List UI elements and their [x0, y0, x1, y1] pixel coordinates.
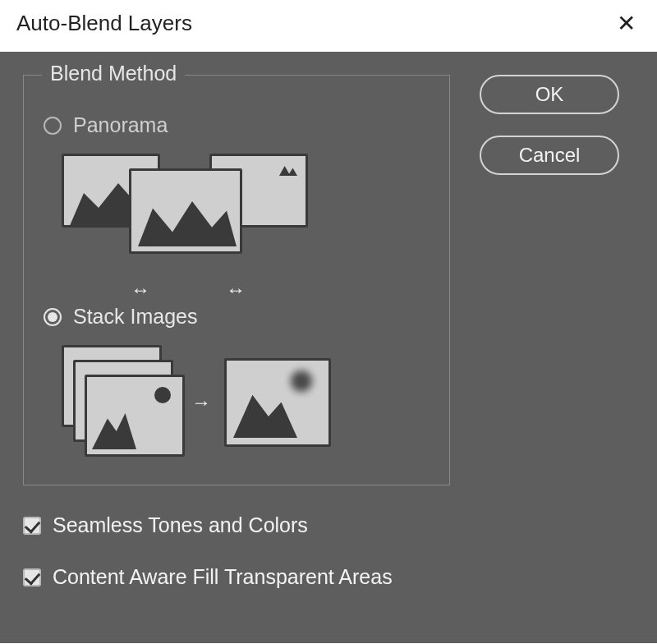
stack-illustration: → — [62, 345, 430, 460]
checkbox-content-aware-fill[interactable] — [23, 568, 41, 586]
arrow-left-right-icon: ↔ — [131, 278, 150, 301]
panorama-illustration: ↔ ↔ — [62, 154, 308, 277]
left-column: Blend Method Panorama ↔ ↔ — [23, 75, 450, 643]
stack-result-thumb — [224, 358, 331, 447]
radio-panorama[interactable] — [44, 117, 62, 135]
ok-button[interactable]: OK — [480, 75, 619, 114]
arrow-left-right-icon: ↔ — [226, 278, 246, 301]
dialog-title: Auto-Blend Layers — [16, 11, 192, 36]
panorama-option[interactable]: Panorama — [44, 113, 430, 137]
dialog-body: Blend Method Panorama ↔ ↔ — [0, 52, 657, 643]
radio-stack-images[interactable] — [44, 308, 62, 326]
panorama-label: Panorama — [73, 113, 168, 137]
close-icon[interactable]: ✕ — [612, 10, 641, 37]
stack-images-label: Stack Images — [73, 305, 197, 329]
stack-source-thumbs — [62, 345, 185, 460]
title-bar: Auto-Blend Layers ✕ — [0, 0, 657, 52]
content-aware-fill-row[interactable]: Content Aware Fill Transparent Areas — [23, 565, 450, 589]
seamless-label: Seamless Tones and Colors — [53, 513, 308, 537]
right-column: OK Cancel — [480, 75, 636, 643]
arrow-right-icon: → — [191, 391, 211, 414]
checkbox-seamless[interactable] — [23, 517, 41, 535]
seamless-tones-row[interactable]: Seamless Tones and Colors — [23, 513, 450, 537]
group-title: Blend Method — [42, 62, 185, 85]
content-aware-fill-label: Content Aware Fill Transparent Areas — [53, 565, 393, 589]
cancel-button[interactable]: Cancel — [480, 136, 619, 175]
blend-method-group: Blend Method Panorama ↔ ↔ — [23, 75, 450, 485]
panorama-thumb-center — [129, 168, 242, 254]
stack-images-option[interactable]: Stack Images — [44, 305, 430, 329]
